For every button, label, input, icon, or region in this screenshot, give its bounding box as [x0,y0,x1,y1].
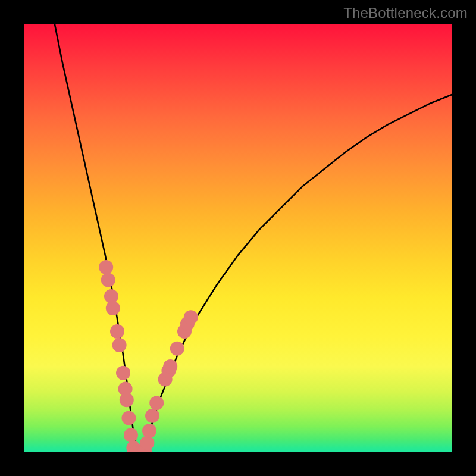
chart-svg [24,24,452,452]
data-point [110,324,124,339]
data-point [120,393,134,407]
data-point [145,409,159,423]
data-point [104,289,118,303]
data-point [163,359,177,374]
bottleneck-curve [54,24,452,452]
data-point [112,338,127,352]
data-point [140,436,154,450]
data-point [106,301,120,315]
data-point [184,310,198,324]
data-point [142,424,156,438]
data-point [149,396,164,410]
data-point [101,273,115,287]
marker-cluster-left [99,260,149,452]
chart-frame: TheBottleneck.com [0,0,476,476]
data-point [124,428,138,442]
marker-cluster-right [137,310,198,452]
curve-group [54,24,452,452]
plot-area [24,24,452,452]
data-point [116,366,130,380]
watermark-text: TheBottleneck.com [343,5,468,21]
data-point [121,411,136,425]
data-point [170,342,184,356]
data-point [99,260,113,274]
